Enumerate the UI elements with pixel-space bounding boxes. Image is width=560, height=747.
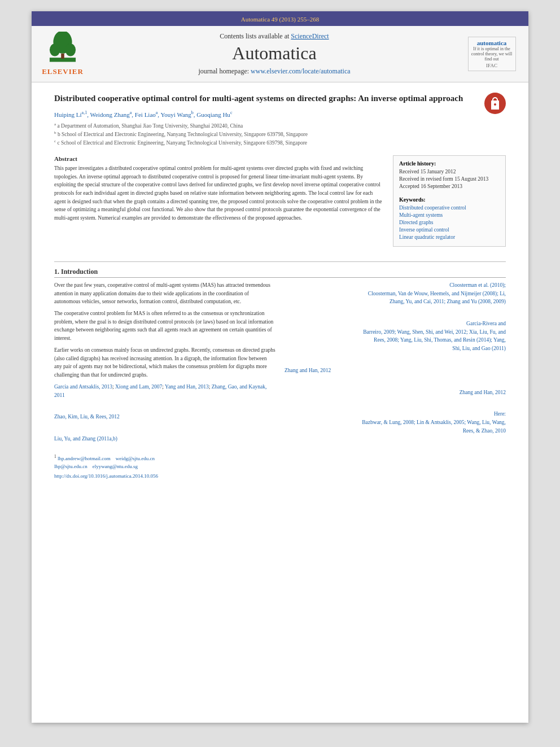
journal-link[interactable]: Automatica 49 (2013) 255–268 — [241, 16, 319, 23]
intro-para6: Here: Bazbwar, & Lung, 2008; Lin & Antsa… — [285, 410, 506, 435]
svg-rect-4 — [61, 54, 64, 59]
intro-left-col: Over the past few years, cooperative con… — [54, 281, 275, 447]
email-3-link[interactable]: lhp@sjtu.edu.cn — [54, 464, 88, 469]
keywords-heading: Keywords: — [399, 196, 500, 203]
ifac-logo: IFAC — [471, 63, 513, 68]
accepted-date: Accepted 16 September 2013 — [399, 184, 500, 189]
ref-rees[interactable]: Rees, 2008; Yang, Liu, Shi, Thomas, and … — [374, 337, 506, 343]
two-column-section: Article history: Received 15 January 201… — [54, 155, 506, 255]
ref-zhao2012[interactable]: Zhao, Kim, Liu, & Rees, 2012 — [54, 414, 120, 420]
ref-shi-liu[interactable]: Shi, Liu, and Gao (2011) — [452, 346, 506, 351]
author2: Weidong Zhang — [90, 111, 129, 118]
intro-ref-cloosterman: Cloosterman et al. (2010); Cloosterman, … — [285, 281, 506, 306]
ref-xiong[interactable]: Xiong and Lam, 2007 — [115, 384, 162, 390]
article-info-col: Article history: Received 15 January 201… — [54, 155, 506, 255]
journal-header: ELSEVIER Contents lists available at Sci… — [32, 26, 528, 82]
ref-zhanghan2[interactable]: Zhang and Han, 2012 — [460, 390, 506, 395]
intro-ref-garcia: Garcia-Rivera and Barreiro, 2009; Wang, … — [285, 320, 506, 353]
elsevier-text: ELSEVIER — [42, 67, 84, 76]
elsevier-tree-icon — [46, 32, 80, 65]
keyword-5: Linear quadratic regulator — [399, 234, 500, 240]
ref-zhanghan1[interactable]: Zhang and Han, 2012 — [285, 368, 331, 373]
ref-zhang-yu[interactable]: Zhang, Yu, and Cai, 2011; Zhang and Yu (… — [390, 299, 506, 304]
ref-barreiro[interactable]: Barreiro, 2009; Wang, Shen, Shi, and Wei… — [363, 329, 506, 335]
ref-liu2011[interactable]: Liu, Yu, and Zhang (2011a,b) — [54, 436, 117, 442]
ref-group3[interactable]: Bazbwar, & Lung, 2008; Lin & Antsaklis, … — [362, 420, 506, 425]
intro-para3: Earlier works on consensus mainly focus … — [54, 346, 275, 379]
journal-title: Automatica — [85, 43, 463, 64]
intro-ref-row2: Liu, Yu, and Zhang (2011a,b) — [54, 435, 275, 443]
open-access-icon — [484, 93, 506, 114]
email-section: 1 lhp.andrew@hotmail.com weidg@sjtu.edu.… — [54, 453, 506, 471]
keyword-3: Directed graphs — [399, 220, 500, 225]
lock-open-icon — [488, 97, 502, 110]
intro-para1: Over the past few years, cooperative con… — [54, 281, 275, 306]
ref-barabasi[interactable]: Here: — [494, 411, 506, 417]
top-bar: Automatica 49 (2013) 255–268 — [32, 11, 528, 26]
intro-right-col: Cloosterman et al. (2010); Cloosterman, … — [285, 281, 506, 447]
svg-point-3 — [65, 43, 76, 56]
email-2-link[interactable]: weidg@sjtu.edu.cn — [116, 456, 155, 461]
article-content: Distributed cooperative optimal control … — [32, 82, 528, 489]
intro-ref-zhang-han1: Zhang and Han, 2012 — [285, 366, 506, 375]
article-history-heading: Article history: — [399, 160, 500, 167]
intro-ref-zhang-han2: Zhang and Han, 2012 — [285, 388, 506, 397]
author5: Guoqiang Hu — [196, 111, 230, 118]
ref-cloosterman2008[interactable]: Cloosterman, Van de Wouw, Heemels, and N… — [368, 291, 506, 296]
ref-cloosterman-full[interactable]: Cloosterman et al. (2010); — [449, 282, 506, 288]
sciencedirect-link[interactable]: ScienceDirect — [291, 32, 329, 40]
received-date: Received 15 January 2012 — [399, 169, 500, 174]
keyword-2: Multi-agent systems — [399, 212, 500, 218]
author1: Huiping Li — [54, 111, 82, 118]
keyword-1: Distributed cooperative control — [399, 205, 500, 211]
ref-cloosterman2010[interactable]: Garcia and Antsaklis, 2013 — [54, 384, 112, 390]
badge-title: automatica — [471, 40, 513, 46]
journal-homepage: journal homepage: www.elsevier.com/locat… — [85, 67, 463, 76]
doi-link[interactable]: http://dx.doi.org/10.1016/j.automatica.2… — [54, 473, 158, 479]
intro-heading: 1. Introduction — [54, 268, 506, 278]
intro-two-col: Over the past few years, cooperative con… — [54, 281, 506, 447]
doi-line: http://dx.doi.org/10.1016/j.automatica.2… — [54, 473, 506, 479]
intro-ref-group1: Garcia and Antsaklis, 2013; Xiong and La… — [54, 383, 275, 399]
ref-yang[interactable]: Yang and Han, 2013 — [165, 384, 209, 390]
author3: Fei Liao — [135, 111, 156, 118]
badge-subtitle: If it is optimal in the control theory, … — [471, 46, 513, 62]
intro-para2: The cooperative control problem for MAS … — [54, 309, 275, 343]
svg-point-2 — [50, 43, 60, 56]
author4: Youyi Wang — [160, 111, 191, 118]
section-divider — [54, 261, 506, 262]
email-4-link[interactable]: elyywang@ntu.edu.sg — [93, 464, 138, 469]
article-title-section: Distributed cooperative optimal control … — [54, 93, 506, 147]
elsevier-logo: ELSEVIER — [40, 32, 85, 76]
header-center: Contents lists available at ScienceDirec… — [85, 32, 463, 76]
footnote-number: 1 — [54, 456, 56, 461]
introduction-section: 1. Introduction Over the past few years,… — [54, 268, 506, 447]
email-1-link[interactable]: lhp.andrew@hotmail.com — [58, 456, 111, 461]
keyword-4: Inverse optimal control — [399, 227, 500, 233]
authors-line: Huiping Lia,1, Weidong Zhanga, Fei Liaoa… — [54, 110, 506, 118]
intro-ref-row1: Zhao, Kim, Liu, & Rees, 2012 — [54, 413, 275, 421]
homepage-link[interactable]: www.elsevier.com/locate/automatica — [251, 67, 350, 75]
journal-badge: automatica If it is optimal in the contr… — [463, 37, 520, 71]
ref-garcia-rivera[interactable]: Garcia-Rivera and — [466, 321, 506, 326]
article-title: Distributed cooperative optimal control … — [54, 93, 506, 104]
automatica-badge: automatica If it is optimal in the contr… — [468, 37, 516, 71]
affiliations: a a Department of Automation, Shanghai J… — [54, 121, 506, 147]
sciencedirect-line: Contents lists available at ScienceDirec… — [85, 32, 463, 41]
revised-date: Received in revised form 15 August 2013 — [399, 176, 500, 182]
article-info-box: Article history: Received 15 January 201… — [393, 155, 506, 247]
ref-rees-zhao[interactable]: Rees, & Zhao, 2010 — [463, 428, 506, 434]
